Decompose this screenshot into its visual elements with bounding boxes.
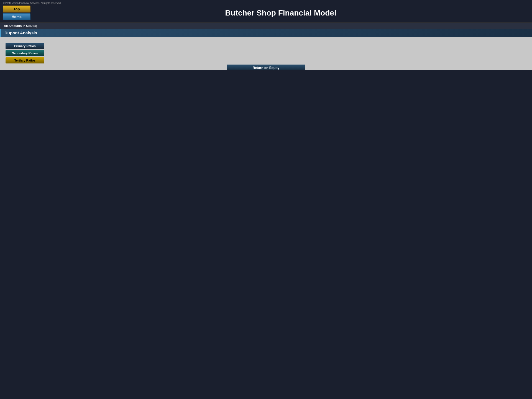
legend-primary: Primary Ratios xyxy=(6,43,44,49)
amounts-label: All Amounts in USD ($) xyxy=(0,23,532,29)
section-header: Dupont Analysis xyxy=(0,29,532,37)
legend-secondary: Secondary Ratios xyxy=(6,50,44,56)
page-title: Butcher Shop Financial Model xyxy=(32,9,529,17)
home-button[interactable]: Home xyxy=(3,13,30,20)
copyright: © Profit Vision Financial Services. All … xyxy=(3,2,529,4)
top-button[interactable]: Top xyxy=(3,6,30,12)
legend-tertiary: Tertiary Ratios xyxy=(6,57,44,63)
card-return-on-equity: Return on Equity 2025 2026 2027 2028 202… xyxy=(227,65,305,70)
card-title-roe: Return on Equity xyxy=(227,65,305,70)
top-bar: © Profit Vision Financial Services. All … xyxy=(0,0,532,23)
dupont-container: Primary Ratios Secondary Ratios Tertiary… xyxy=(0,37,532,70)
